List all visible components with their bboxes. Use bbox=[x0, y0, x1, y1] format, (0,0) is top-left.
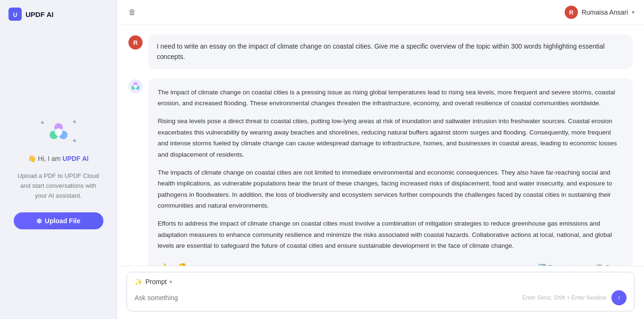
greeting-brand: UPDF AI bbox=[62, 155, 88, 162]
ai-message-row: The impact of climate change on coastal … bbox=[128, 78, 633, 266]
ai-paragraph-2: Rising sea levels pose a direct threat t… bbox=[158, 116, 623, 160]
main-chat-area: 🗑 R Rumaisa Ansari ▾ R I need to write a… bbox=[117, 0, 644, 319]
input-row: Enter Send; Shift + Enter Newline ↑ bbox=[135, 290, 627, 305]
ask-input[interactable] bbox=[135, 294, 522, 302]
ai-message-bubble: The impact of climate change on coastal … bbox=[148, 78, 633, 266]
ai-flower-icon bbox=[48, 122, 69, 143]
ai-feedback-buttons: 👍 👎 bbox=[158, 262, 189, 266]
svg-point-9 bbox=[134, 84, 137, 88]
header-right: R Rumaisa Ansari ▾ bbox=[565, 6, 635, 19]
user-menu-chevron-icon[interactable]: ▾ bbox=[632, 9, 635, 16]
app-name: UPDF AI bbox=[25, 10, 53, 18]
ai-paragraph-1: The impact of climate change on coastal … bbox=[158, 87, 623, 109]
prompt-dropdown-chevron-icon[interactable]: ▾ bbox=[169, 279, 172, 285]
user-message-row: R I need to write an essay on the impact… bbox=[128, 34, 633, 69]
greeting-prefix: Hi, I am bbox=[38, 155, 62, 162]
ai-paragraph-3: The impacts of climate change on coastal… bbox=[158, 167, 623, 212]
upload-file-button[interactable]: ⊕ Upload File bbox=[14, 212, 103, 229]
sidebar-description: Upload a PDF to UPDF Cloud and start con… bbox=[16, 171, 101, 201]
input-area: ✨ Prompt ▾ Enter Send; Shift + Enter New… bbox=[117, 266, 644, 319]
greeting-text: 👋 Hi, I am UPDF AI bbox=[28, 154, 89, 164]
upload-label: Upload File bbox=[45, 217, 80, 225]
svg-point-5 bbox=[55, 128, 62, 136]
user-message-avatar: R bbox=[128, 35, 143, 50]
delete-conversation-button[interactable]: 🗑 bbox=[127, 6, 138, 18]
sidebar-content: ✦ ✦ ✦ 👋 Hi, I am UPDF AI Upload a PDF to… bbox=[4, 28, 113, 319]
send-icon: ↑ bbox=[618, 294, 621, 302]
ai-icon-area: ✦ ✦ ✦ bbox=[40, 118, 77, 146]
prompt-dropdown-label[interactable]: Prompt bbox=[145, 278, 167, 285]
updf-logo-icon: U bbox=[8, 8, 22, 21]
ai-paragraph-4: Efforts to address the impact of climate… bbox=[158, 218, 623, 252]
greeting-wave: 👋 bbox=[28, 155, 36, 162]
user-name: Rumaisa Ansari bbox=[582, 8, 628, 16]
chat-messages: R I need to write an essay on the impact… bbox=[117, 25, 644, 266]
thumbs-up-button[interactable]: 👍 bbox=[158, 262, 171, 266]
prompt-sparkle-icon: ✨ bbox=[135, 278, 143, 285]
input-toolbar: ✨ Prompt ▾ bbox=[135, 278, 627, 285]
send-button[interactable]: ↑ bbox=[611, 290, 627, 305]
user-avatar: R bbox=[565, 6, 578, 19]
sidebar: U UPDF AI ✦ ✦ ✦ 👋 Hi, I am UPDF AI Uploa… bbox=[0, 0, 117, 319]
input-box: ✨ Prompt ▾ Enter Send; Shift + Enter New… bbox=[127, 272, 635, 311]
header-left: 🗑 bbox=[127, 6, 138, 18]
regenerate-button[interactable]: 🔄 Regenerate bbox=[534, 262, 584, 266]
sidebar-header: U UPDF AI bbox=[0, 0, 117, 28]
ai-actions-bar: 👍 👎 🔄 Regenerate 📋 Copy bbox=[158, 258, 623, 266]
input-hint-text: Enter Send; Shift + Enter Newline bbox=[522, 294, 607, 301]
sparkle-icon-br: ✦ bbox=[72, 137, 77, 144]
upload-plus-icon: ⊕ bbox=[36, 217, 42, 225]
user-message-bubble: I need to write an essay on the impact o… bbox=[148, 34, 633, 69]
sparkle-icon-tl: ✦ bbox=[40, 119, 45, 126]
chat-header: 🗑 R Rumaisa Ansari ▾ bbox=[117, 0, 644, 25]
ai-secondary-actions: 🔄 Regenerate 📋 Copy bbox=[534, 262, 623, 266]
svg-text:U: U bbox=[13, 12, 17, 18]
copy-button[interactable]: 📋 Copy bbox=[592, 262, 623, 266]
sparkle-icon-tr: ✦ bbox=[72, 118, 77, 126]
thumbs-down-button[interactable]: 👎 bbox=[176, 262, 189, 266]
ai-message-avatar bbox=[128, 79, 143, 93]
